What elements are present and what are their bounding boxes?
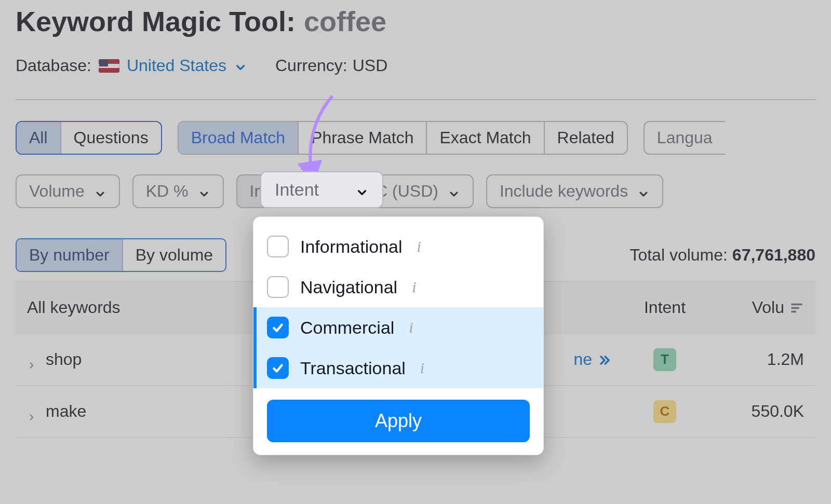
intent-option-label: Navigational	[300, 277, 397, 297]
intent-option-label: Commercial	[300, 318, 394, 338]
intent-option-label: Informational	[300, 237, 403, 257]
checkbox-checked-icon[interactable]	[267, 357, 289, 379]
checkbox-unchecked-icon[interactable]	[267, 276, 289, 298]
intent-option-transactional[interactable]: Transactional i	[253, 348, 543, 388]
intent-option-commercial[interactable]: Commercial i	[253, 307, 543, 348]
checkbox-unchecked-icon[interactable]	[267, 236, 289, 257]
filter-intent-open-label: Intent	[275, 180, 319, 200]
info-icon[interactable]: i	[420, 359, 424, 377]
intent-popout: Intent Informational i Navigational i Co…	[253, 171, 544, 455]
intent-option-informational[interactable]: Informational i	[253, 226, 543, 267]
info-icon[interactable]: i	[409, 319, 413, 336]
intent-dropdown-panel: Informational i Navigational i Commercia…	[253, 216, 544, 455]
chevron-down-icon	[355, 183, 369, 197]
apply-button[interactable]: Apply	[267, 400, 530, 442]
intent-option-navigational[interactable]: Navigational i	[253, 267, 543, 307]
filter-intent-open[interactable]: Intent	[260, 171, 383, 208]
checkbox-checked-icon[interactable]	[267, 317, 289, 338]
intent-option-label: Transactional	[300, 358, 406, 378]
info-icon[interactable]: i	[417, 238, 421, 255]
info-icon[interactable]: i	[412, 278, 416, 296]
